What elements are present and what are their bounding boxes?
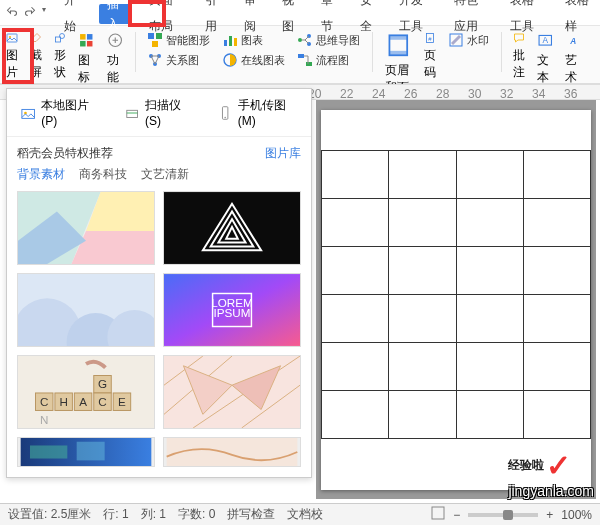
status-bar: 设置值: 2.5厘米 行: 1 列: 1 字数: 0 拼写检查 文档校 − + … xyxy=(0,503,600,525)
document-page[interactable] xyxy=(321,110,591,490)
svg-text:A: A xyxy=(79,395,87,408)
shapes-button[interactable]: 形状 xyxy=(54,32,66,81)
view-mode-icon[interactable] xyxy=(431,506,445,523)
svg-point-38 xyxy=(224,116,225,117)
status-setvalue[interactable]: 设置值: 2.5厘米 xyxy=(8,506,91,523)
pagenumber-button[interactable]: # 页码 xyxy=(424,32,436,81)
svg-rect-9 xyxy=(148,33,154,39)
tab-bar: ▾ 开始 插入 页面布局 引用 审阅 视图 章节 安全 开发工具 特色应用 表格… xyxy=(0,0,600,26)
document-area xyxy=(316,100,596,499)
svg-text:IPSUM: IPSUM xyxy=(214,306,251,319)
svg-text:C: C xyxy=(98,395,106,408)
svg-rect-16 xyxy=(229,36,232,46)
smartart-button[interactable]: 智能图形 xyxy=(147,32,210,48)
svg-point-19 xyxy=(298,38,302,42)
svg-text:A: A xyxy=(542,36,548,45)
chart-button[interactable]: 图表 xyxy=(222,32,285,48)
cat-fresh[interactable]: 文艺清新 xyxy=(141,166,189,183)
zoom-out-button[interactable]: − xyxy=(453,508,460,522)
svg-rect-36 xyxy=(126,110,137,117)
svg-text:A: A xyxy=(570,37,577,46)
svg-text:G: G xyxy=(98,377,107,390)
svg-text:C: C xyxy=(40,395,48,408)
svg-rect-5 xyxy=(87,34,93,40)
svg-rect-4 xyxy=(80,34,86,40)
thumb-8[interactable] xyxy=(163,437,301,467)
svg-rect-73 xyxy=(432,507,444,519)
cat-background[interactable]: 背景素材 xyxy=(17,166,65,183)
quick-access-toolbar: ▾ xyxy=(6,5,46,20)
svg-rect-70 xyxy=(30,445,67,458)
svg-rect-52 xyxy=(18,356,154,428)
svg-rect-10 xyxy=(156,33,162,39)
picture-dropdown-panel: 本地图片(P) 扫描仪(S) 手机传图(M) 稻壳会员特权推荐 图片库 背景素材… xyxy=(6,88,312,478)
relation-button[interactable]: 关系图 xyxy=(147,52,210,68)
menu-scanner[interactable]: 扫描仪(S) xyxy=(119,95,198,130)
status-docfix[interactable]: 文档校 xyxy=(287,506,323,523)
onlinechart-button[interactable]: 在线图表 xyxy=(222,52,285,68)
picture-menu-row: 本地图片(P) 扫描仪(S) 手机传图(M) xyxy=(7,89,311,137)
mobile-icon xyxy=(218,105,232,121)
status-row: 行: 1 xyxy=(103,506,128,523)
qat-more-icon[interactable]: ▾ xyxy=(42,5,46,20)
thumb-5[interactable]: CHAGCEN xyxy=(17,355,155,429)
thumb-7[interactable] xyxy=(17,437,155,467)
svg-rect-7 xyxy=(87,41,93,47)
watermark-overlay: 经验啦✓ jingyanla.com xyxy=(508,448,594,499)
panel-title: 稻壳会员特权推荐 xyxy=(17,145,113,162)
zoom-slider[interactable] xyxy=(468,513,538,517)
thumb-3[interactable] xyxy=(17,273,155,347)
thumb-1[interactable] xyxy=(17,191,155,265)
mindmap-button[interactable]: 思维导图 xyxy=(297,32,360,48)
flowchart-button[interactable]: 流程图 xyxy=(297,52,360,68)
watermark-button[interactable]: 水印 xyxy=(448,32,489,48)
redo-icon[interactable] xyxy=(24,5,36,20)
menu-local-picture[interactable]: 本地图片(P) xyxy=(15,95,105,130)
svg-text:N: N xyxy=(40,413,48,426)
screenshot-button[interactable]: 截屏 xyxy=(30,32,42,81)
svg-marker-41 xyxy=(71,231,154,264)
svg-rect-26 xyxy=(389,51,407,55)
tab-insert[interactable]: 插入 xyxy=(99,4,132,24)
svg-rect-0 xyxy=(7,34,17,42)
comment-button[interactable]: 批注 xyxy=(513,32,525,81)
shapes-label: 形状 xyxy=(54,48,66,79)
svg-rect-17 xyxy=(234,38,237,46)
status-col: 列: 1 xyxy=(141,506,166,523)
scanner-icon xyxy=(125,105,139,121)
svg-rect-25 xyxy=(389,35,407,39)
zoom-in-button[interactable]: + xyxy=(546,508,553,522)
check-icon: ✓ xyxy=(546,448,571,483)
svg-rect-11 xyxy=(152,41,158,47)
svg-rect-23 xyxy=(306,62,312,66)
thumb-4[interactable]: LOREMIPSUM xyxy=(163,273,301,347)
svg-text:H: H xyxy=(59,395,67,408)
svg-rect-6 xyxy=(80,41,86,47)
thumb-6[interactable] xyxy=(163,355,301,429)
cat-business[interactable]: 商务科技 xyxy=(79,166,127,183)
status-spellcheck[interactable]: 拼写检查 xyxy=(227,506,275,523)
document-table[interactable] xyxy=(321,150,591,439)
menu-mobile[interactable]: 手机传图(M) xyxy=(212,95,303,130)
folder-icon xyxy=(21,105,35,121)
svg-text:E: E xyxy=(118,395,126,408)
svg-rect-72 xyxy=(167,438,298,466)
svg-rect-15 xyxy=(224,40,227,46)
zoom-value[interactable]: 100% xyxy=(561,508,592,522)
svg-rect-71 xyxy=(77,442,105,461)
gallery-link[interactable]: 图片库 xyxy=(265,145,301,162)
thumb-2[interactable] xyxy=(163,191,301,265)
svg-text:#: # xyxy=(428,36,432,42)
screenshot-label: 截屏 xyxy=(30,48,42,79)
undo-icon[interactable] xyxy=(6,5,18,20)
thumbnail-grid: LOREMIPSUM CHAGCEN xyxy=(7,191,311,477)
svg-point-3 xyxy=(60,34,65,39)
status-words[interactable]: 字数: 0 xyxy=(178,506,215,523)
picture-button[interactable]: 图片 xyxy=(6,32,18,81)
category-tabs: 背景素材 商务科技 文艺清新 xyxy=(7,166,311,191)
picture-label: 图片 xyxy=(6,48,18,79)
svg-rect-22 xyxy=(298,54,304,58)
